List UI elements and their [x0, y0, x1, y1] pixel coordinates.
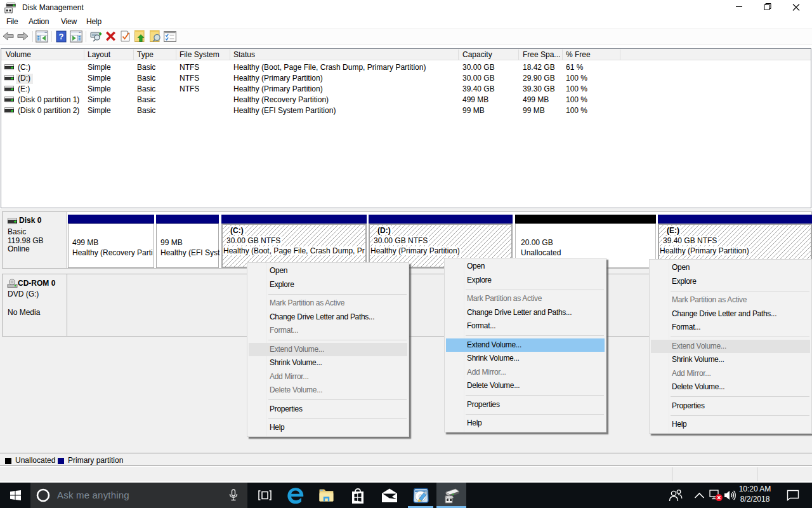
svg-text:?: ?	[59, 32, 64, 41]
